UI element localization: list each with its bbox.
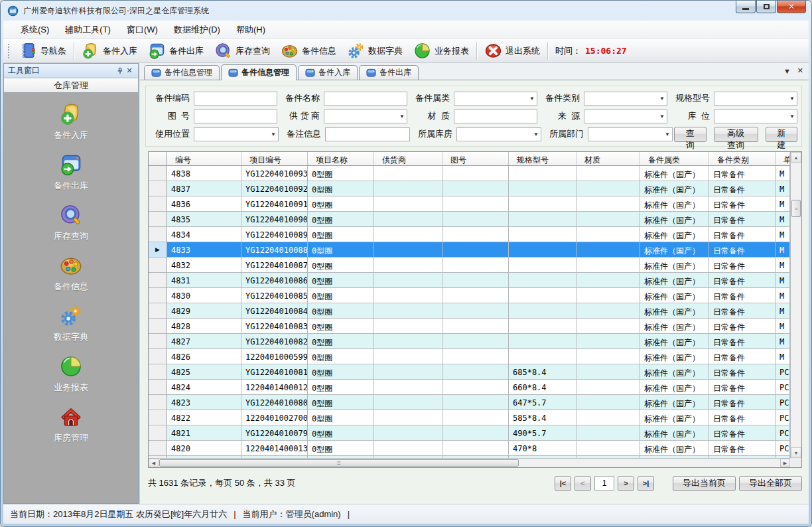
new-button[interactable]: 新建 [766, 127, 798, 142]
table-row[interactable]: 4835YG122040100900型圈标准件（国产）日常备件M [149, 212, 790, 227]
row-selector[interactable] [149, 319, 167, 334]
export-all-pages-button[interactable]: 导出全部页 [739, 476, 802, 491]
prev-page-button[interactable]: < [575, 476, 591, 491]
menu-item-窗口[interactable]: 窗口(W) [119, 21, 166, 38]
table-row[interactable]: 482412204014000120型圈660*8.4标准件（国产）日常备件PC [149, 380, 790, 395]
备件类别-dropdown[interactable]: ▼ [584, 92, 667, 106]
query-button[interactable]: 查询 [674, 127, 707, 142]
column-header-material[interactable]: 材质 [576, 152, 640, 165]
row-selector[interactable] [149, 441, 167, 456]
table-row[interactable]: 482012204014000130型圈470*8标准件（国产）日常备件PC [149, 441, 790, 456]
column-header-type[interactable]: 备件类别 [709, 152, 776, 165]
row-selector[interactable] [149, 273, 167, 288]
table-row[interactable]: 4821YG122040100790型圈490*5.7标准件（国产）日常备件PC [149, 425, 790, 441]
来 源-dropdown[interactable]: ▼ [584, 110, 667, 123]
table-row[interactable]: 4837YG122040100920型圈标准件（国产）日常备件M [149, 181, 790, 196]
scroll-left-icon[interactable]: ◀ [149, 459, 159, 467]
menu-item-系统[interactable]: 系统(S) [13, 21, 57, 38]
toolbar-button-业务报表[interactable]: 业务报表 [408, 40, 474, 62]
current-page-input[interactable]: 1 [594, 476, 614, 490]
column-header-unit[interactable]: 单位 [776, 152, 790, 165]
table-row[interactable]: ▶4833YG122040100880型圈标准件（国产）日常备件M [149, 242, 790, 258]
row-selector[interactable] [149, 181, 167, 196]
toolbar-button-备件信息[interactable]: 备件信息 [275, 40, 342, 62]
row-selector[interactable] [149, 380, 167, 395]
row-selector[interactable] [149, 303, 167, 319]
pin-icon[interactable] [115, 66, 125, 76]
horizontal-scroll-thumb[interactable]: ☰ [159, 459, 519, 467]
table-row[interactable]: 482612204010005990型圈标准件（国产）日常备件M [149, 349, 790, 364]
sidebar-item-业务报表[interactable]: 业务报表 [54, 354, 88, 394]
scroll-right-icon[interactable]: ▶ [780, 459, 790, 467]
规格型号-dropdown[interactable]: ▼ [714, 92, 797, 106]
sidebar-item-库存查询[interactable]: 库存查询 [54, 203, 88, 242]
row-selector[interactable] [149, 212, 167, 227]
sidebar-item-备件入库[interactable]: 备件入库 [54, 102, 88, 141]
tab-备件出库[interactable]: 备件出库 [359, 65, 419, 80]
sidebar-item-备件出库[interactable]: 备件出库 [54, 153, 88, 192]
tab-备件入库[interactable]: 备件入库 [298, 65, 358, 80]
tab-备件信息管理[interactable]: 备件信息管理 [144, 65, 220, 80]
图 号-input[interactable] [194, 110, 277, 123]
备件属类-dropdown[interactable]: ▼ [454, 92, 537, 106]
row-selector[interactable]: ▶ [149, 242, 167, 258]
备件编码-input[interactable] [194, 92, 277, 106]
供 货 商-dropdown[interactable]: ▼ [324, 110, 407, 123]
menu-item-数据维护[interactable]: 数据维护(D) [166, 21, 228, 38]
toolbar-button-备件入库[interactable]: 备件入库 [76, 40, 143, 62]
toolbar-button-数据字典[interactable]: 数据字典 [342, 40, 408, 62]
toolbar-button-退出系统[interactable]: 退出系统 [479, 40, 545, 62]
minimize-button[interactable] [736, 1, 756, 13]
库 位-dropdown[interactable]: ▼ [714, 110, 797, 123]
vertical-scrollbar[interactable]: ▲ ≡ ▼ [790, 152, 801, 458]
column-header-code[interactable]: 编号 [167, 152, 241, 165]
column-header-spec[interactable]: 规格型号 [509, 152, 576, 165]
tab-close-icon[interactable]: ✕ [797, 66, 803, 75]
tab-备件信息管理[interactable]: 备件信息管理 [221, 64, 297, 80]
advanced-query-button[interactable]: 高级查询 [714, 127, 758, 142]
备注信息-input[interactable] [325, 127, 410, 141]
export-current-page-button[interactable]: 导出当前页 [673, 476, 736, 491]
column-header-project-code[interactable]: 项目编号 [241, 152, 308, 165]
scroll-down-icon[interactable]: ▼ [791, 447, 801, 458]
horizontal-scrollbar[interactable]: ◀ ☰ ▶ [149, 458, 790, 467]
toolbar-button-库存查询[interactable]: 库存查询 [209, 40, 275, 62]
vertical-scroll-thumb[interactable]: ≡ [791, 200, 801, 217]
使用位置-dropdown[interactable]: ▼ [194, 127, 279, 141]
table-row[interactable]: 4832YG122040100870型圈标准件（国产）日常备件M [149, 258, 790, 273]
column-header-drawing-no[interactable]: 图号 [442, 152, 509, 165]
toolbar-grip[interactable] [7, 43, 11, 59]
备件名称-input[interactable] [324, 92, 407, 106]
table-row[interactable]: 4838YG122040100930型圈标准件（国产）日常备件M [149, 166, 790, 181]
menu-item-辅助工具[interactable]: 辅助工具(T) [57, 21, 119, 38]
row-selector[interactable] [149, 364, 167, 380]
scroll-up-icon[interactable]: ▲ [791, 152, 801, 163]
row-selector[interactable] [149, 227, 167, 242]
toolbar-button-导航条[interactable]: 导航条 [14, 40, 72, 62]
row-selector[interactable] [149, 334, 167, 349]
table-row[interactable]: 4827YG122040100820型圈标准件（国产）日常备件M [149, 334, 790, 349]
maximize-button[interactable] [756, 1, 776, 13]
column-header-category[interactable]: 备件属类 [640, 152, 709, 165]
材 质-input[interactable] [454, 110, 537, 123]
column-header-project-name[interactable]: 项目名称 [308, 152, 374, 165]
tab-list-chevron-down-icon[interactable]: ▼ [783, 67, 791, 75]
row-selector[interactable] [149, 425, 167, 441]
table-row[interactable]: 4836YG122040100910型圈标准件（国产）日常备件M [149, 196, 790, 212]
next-page-button[interactable]: > [618, 476, 634, 491]
toolbar-button-备件出库[interactable]: 备件出库 [143, 40, 209, 62]
table-row[interactable]: 4830YG122040100850型圈标准件（国产）日常备件M [149, 288, 790, 303]
row-selector[interactable] [149, 288, 167, 303]
row-selector[interactable] [149, 258, 167, 273]
row-selector[interactable] [149, 410, 167, 425]
table-row[interactable]: 482212204010027000型圈585*8.4标准件（国产）日常备件PC [149, 410, 790, 425]
row-selector[interactable] [149, 196, 167, 212]
panel-close-icon[interactable]: ✕ [125, 66, 134, 76]
table-row[interactable]: 4829YG122040100840型圈标准件（国产）日常备件M [149, 303, 790, 319]
table-row[interactable]: 4834YG122040100890型圈标准件（国产）日常备件M [149, 227, 790, 242]
table-row[interactable]: 4825YG122040100810型圈685*8.4标准件（国产）日常备件PC [149, 364, 790, 380]
first-page-button[interactable]: |< [555, 476, 571, 491]
table-row[interactable]: 4828YG122040100830型圈标准件（国产）日常备件M [149, 319, 790, 334]
sidebar-item-数据字典[interactable]: 数据字典 [54, 304, 88, 343]
menu-item-帮助[interactable]: 帮助(H) [228, 21, 273, 38]
